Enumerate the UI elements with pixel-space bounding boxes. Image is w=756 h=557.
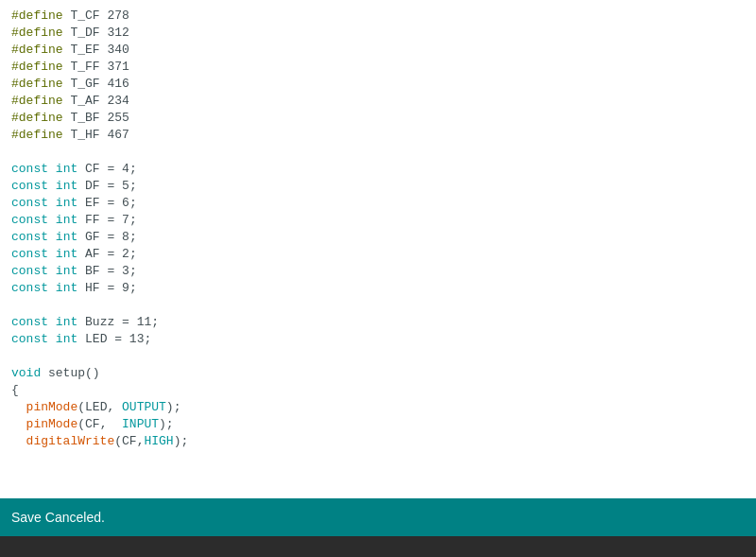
code-line: #define T_DF 312 xyxy=(11,25,745,42)
code-line: #define T_HF 467 xyxy=(11,127,745,144)
code-line: #define T_GF 416 xyxy=(11,76,745,93)
code-line: const int GF = 8; xyxy=(11,229,745,246)
code-line: const int AF = 2; xyxy=(11,246,745,263)
code-line: digitalWrite(CF,HIGH); xyxy=(11,433,745,450)
code-editor: #define T_CF 278 #define T_DF 312 #defin… xyxy=(0,0,756,498)
code-line: #define T_CF 278 xyxy=(11,8,745,25)
code-line: const int FF = 7; xyxy=(11,212,745,229)
code-line: const int EF = 6; xyxy=(11,195,745,212)
code-line: #define T_FF 371 xyxy=(11,59,745,76)
bottom-bar xyxy=(0,536,756,557)
code-line: void setup() xyxy=(11,365,745,382)
status-message: Save Canceled. xyxy=(11,510,105,525)
code-line: const int Buzz = 11; xyxy=(11,314,745,331)
code-line: { xyxy=(11,382,745,399)
code-line xyxy=(11,144,745,161)
code-line: #define T_BF 255 xyxy=(11,110,745,127)
code-line: const int CF = 4; xyxy=(11,161,745,178)
code-line: #define T_EF 340 xyxy=(11,42,745,59)
code-line: const int BF = 3; xyxy=(11,263,745,280)
code-line: pinMode(LED, OUTPUT); xyxy=(11,399,745,416)
code-line: #define T_AF 234 xyxy=(11,93,745,110)
code-line: const int LED = 13; xyxy=(11,331,745,348)
status-bar: Save Canceled. xyxy=(0,498,756,536)
code-line xyxy=(11,348,745,365)
code-line: const int DF = 5; xyxy=(11,178,745,195)
code-line: pinMode(CF, INPUT); xyxy=(11,416,745,433)
code-line xyxy=(11,297,745,314)
code-line: const int HF = 9; xyxy=(11,280,745,297)
